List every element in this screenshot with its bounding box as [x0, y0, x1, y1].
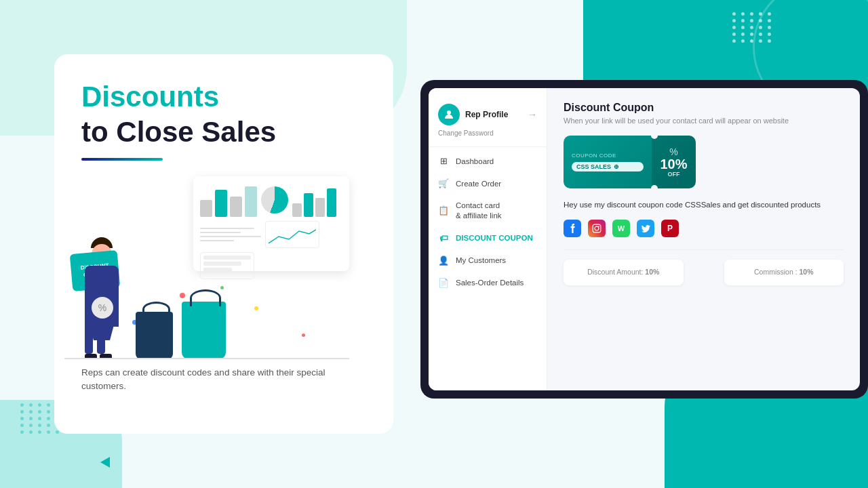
- stats-row: Discount Amount: 10% Commission : 10%: [564, 260, 844, 285]
- sidebar-item-my-customers[interactable]: 👤 My Customers: [429, 249, 547, 272]
- card-icon: 📋: [438, 205, 449, 216]
- logout-icon[interactable]: →: [528, 109, 537, 120]
- profile-name: Rep Profile: [465, 110, 508, 119]
- hero-title-green: Discounts: [81, 81, 366, 113]
- sidebar-label-create-order: Create Order: [456, 180, 501, 188]
- hero-title-black: to Close Sales: [81, 115, 366, 149]
- dots-decoration-top-right: [732, 12, 773, 43]
- sidebar-item-sales-order[interactable]: 📄 Sales-Order Details: [429, 272, 547, 294]
- coupon-message: Hey use my discount coupon code CSSSales…: [564, 199, 844, 210]
- sidebar: Rep Profile → Change Password ⊞ Dashboar…: [429, 88, 547, 390]
- tablet-screen: Rep Profile → Change Password ⊞ Dashboar…: [429, 88, 860, 390]
- lines-decoration: [200, 228, 261, 241]
- whatsapp-share-button[interactable]: W: [612, 220, 630, 237]
- hero-description: Reps can create discount codes and share…: [81, 366, 326, 394]
- main-content: Discount Coupon When your link will be u…: [547, 88, 860, 390]
- svg-rect-1: [593, 224, 601, 232]
- pinterest-share-button[interactable]: P: [661, 220, 679, 237]
- shopping-bag-teal: [182, 302, 226, 359]
- change-password-link[interactable]: Change Password: [429, 128, 547, 144]
- svg-point-3: [598, 226, 599, 227]
- sidebar-divider: [429, 146, 547, 147]
- twitter-share-button[interactable]: [637, 220, 654, 237]
- svg-point-0: [447, 110, 451, 115]
- content-divider: [564, 249, 844, 250]
- avatar: [438, 104, 460, 125]
- facebook-share-button[interactable]: [564, 220, 581, 237]
- coupon-code-label: COUPON CODE: [572, 152, 644, 159]
- illustration-area: DISCOUNT COUPON %: [64, 176, 349, 359]
- coupon-discount-value: 10%: [660, 157, 687, 171]
- page-title: Discount Coupon: [564, 102, 844, 114]
- coupon-left-section: COUPON CODE CSS SALES ⊕: [564, 136, 652, 188]
- ground-line: [64, 358, 349, 359]
- coupon-card: COUPON CODE CSS SALES ⊕ % 10% OFF: [564, 136, 696, 188]
- svg-point-2: [595, 226, 599, 230]
- stat-box-commission: Commission : 10%: [724, 260, 844, 285]
- back-arrow-icon[interactable]: [100, 457, 110, 468]
- sidebar-label-dashboard: Dashboard: [456, 157, 494, 165]
- percent-icon: %: [669, 146, 677, 157]
- tablet-mockup: Rep Profile → Change Password ⊞ Dashboar…: [420, 80, 868, 399]
- stat-commission-label: Commission : 10%: [735, 268, 833, 276]
- sidebar-label-discount-coupon: DISCOUNT COUPON: [456, 234, 533, 242]
- stat-discount-label: Discount Amount: 10%: [574, 268, 673, 276]
- sidebar-profile[interactable]: Rep Profile →: [429, 98, 547, 128]
- shopping-bag-dark: [136, 312, 173, 359]
- customers-icon: 👤: [438, 256, 449, 266]
- coupon-off-label: OFF: [668, 171, 680, 178]
- stat-box-discount: Discount Amount: 10%: [564, 260, 684, 285]
- sidebar-item-contact-card[interactable]: 📋 Contact card& affiliate link: [429, 195, 547, 227]
- coupon-code-badge: CSS SALES ⊕: [572, 162, 644, 171]
- coupon-icon: 🏷: [438, 233, 449, 243]
- shopping-figure: DISCOUNT COUPON %: [85, 266, 226, 359]
- sidebar-item-discount-coupon[interactable]: 🏷 DISCOUNT COUPON: [429, 227, 547, 249]
- hero-underline: [81, 158, 163, 161]
- copy-icon[interactable]: ⊕: [614, 163, 619, 170]
- dashboard-illustration: [193, 176, 349, 271]
- cart-icon: 🛒: [438, 178, 449, 188]
- sidebar-label-my-customers: My Customers: [456, 256, 506, 264]
- dashboard-icon: ⊞: [438, 156, 449, 166]
- pie-chart-decoration: [261, 186, 288, 214]
- coupon-right-section: % 10% OFF: [652, 136, 696, 188]
- instagram-share-button[interactable]: [588, 220, 606, 237]
- coupon-code-value: CSS SALES: [576, 163, 611, 170]
- order-details-icon: 📄: [438, 278, 449, 288]
- sidebar-label-sales-order: Sales-Order Details: [456, 279, 524, 287]
- page-subtitle: When your link will be used your contact…: [564, 117, 844, 125]
- social-icons-row: W P: [564, 220, 844, 237]
- sidebar-item-dashboard[interactable]: ⊞ Dashboard: [429, 150, 547, 172]
- sidebar-label-contact-card: Contact card& affiliate link: [456, 201, 502, 221]
- sidebar-item-create-order[interactable]: 🛒 Create Order: [429, 172, 547, 195]
